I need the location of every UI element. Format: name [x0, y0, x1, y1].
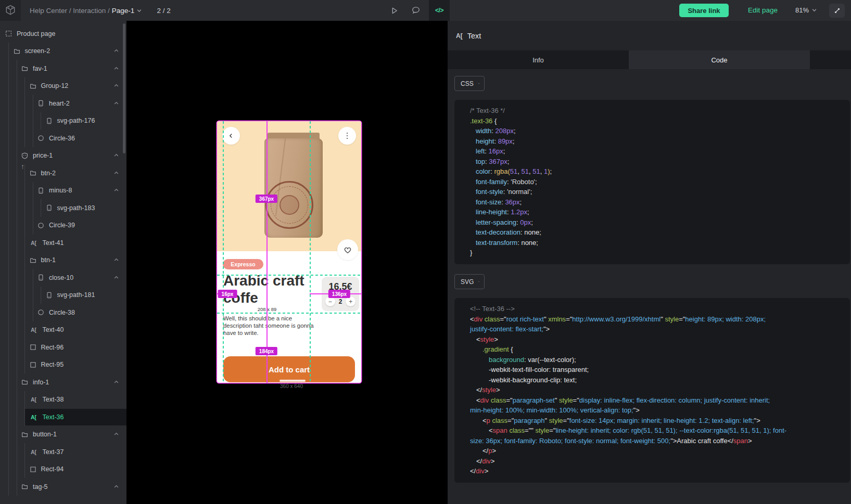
- app-logo[interactable]: [0, 0, 21, 21]
- code-line: .gradient {: [470, 344, 841, 355]
- layer-row-circle-39[interactable]: Circle-39: [0, 217, 126, 235]
- canvas[interactable]: Expresso Arabic craft coffe Well, this s…: [126, 21, 448, 504]
- code-token-value: paragraph-set: [513, 396, 555, 404]
- layer-row-btn-1[interactable]: btn-1: [0, 252, 126, 269]
- back-button[interactable]: [222, 127, 240, 145]
- tab-info[interactable]: Info: [448, 50, 629, 69]
- collapse-chevron-icon[interactable]: [113, 151, 119, 160]
- code-view-button[interactable]: </>: [429, 0, 450, 21]
- layer-row-rect-94[interactable]: Rect-94: [0, 461, 126, 479]
- layer-row-circle-36[interactable]: Circle-36: [0, 130, 126, 147]
- code-token-attr: style: [549, 417, 563, 424]
- code-line: <style>: [470, 334, 841, 345]
- layer-row-svg-path-181[interactable]: svg-path-181: [0, 287, 126, 304]
- code-token-plain: <: [489, 427, 493, 434]
- collapse-chevron-icon[interactable]: [113, 378, 119, 387]
- layer-row-text-36[interactable]: A[Text-36: [0, 408, 126, 426]
- layer-row-fav-1[interactable]: fav-1: [0, 60, 126, 77]
- tree-guide-line: [24, 339, 25, 356]
- code-token-plain: >: [492, 447, 496, 455]
- code-token-plain: </: [476, 457, 482, 465]
- layer-row-button-1[interactable]: button-1: [0, 426, 126, 444]
- layer-row-text-40[interactable]: A[Text-40: [0, 321, 126, 339]
- layer-label: Group-12: [41, 82, 69, 89]
- play-button[interactable]: [385, 2, 403, 19]
- more-options-button[interactable]: [338, 127, 356, 145]
- quantity-value: 2: [339, 298, 342, 305]
- layer-row-close-10[interactable]: close-10: [0, 269, 126, 287]
- layer-row-rect-96[interactable]: Rect-96: [0, 339, 126, 356]
- tree-guide-line: [24, 443, 25, 461]
- code-token-plain: =": [500, 315, 506, 323]
- layer-row-text-38[interactable]: A[Text-38: [0, 391, 126, 409]
- layer-label: Rect-96: [41, 344, 64, 351]
- layer-row-heart-2[interactable]: heart-2: [0, 95, 126, 112]
- tree-guide-line: [24, 217, 25, 235]
- layer-row-minus-8[interactable]: minus-8: [0, 182, 126, 200]
- share-link-button[interactable]: Share link: [679, 4, 729, 17]
- code-line: text-decoration: none;: [470, 227, 841, 238]
- collapse-chevron-icon[interactable]: [113, 81, 119, 91]
- css-language-select[interactable]: CSS: [454, 76, 485, 91]
- chevron-down-icon[interactable]: [136, 8, 142, 14]
- minus-button[interactable]: −: [325, 296, 335, 306]
- svg-language-select[interactable]: SVG: [454, 274, 485, 289]
- layer-row-price-1[interactable]: price-1: [0, 147, 126, 165]
- layer-row-info-1[interactable]: info-1: [0, 373, 126, 391]
- layer-row-circle-38[interactable]: Circle-38: [0, 304, 126, 321]
- layer-row-product page[interactable]: Product page: [0, 25, 126, 43]
- collapse-chevron-icon[interactable]: [113, 273, 119, 282]
- layer-row-screen-2[interactable]: screen-2: [0, 43, 126, 60]
- favorite-button[interactable]: [337, 239, 358, 260]
- layer-row-btn-2[interactable]: btn-2: [0, 164, 126, 182]
- zoom-level-control[interactable]: 81%: [795, 6, 817, 14]
- code-token-value: display: inline-flex; flex-direction: co…: [579, 396, 770, 404]
- tree-guide-line: [33, 304, 33, 321]
- add-to-cart-button[interactable]: Add to cart: [223, 356, 355, 382]
- fullscreen-button[interactable]: [829, 4, 845, 18]
- code-line: <span class="" style="line-height: inher…: [470, 425, 841, 436]
- layer-row-group-12[interactable]: Group-12: [0, 77, 126, 95]
- rect-layer-icon: [30, 361, 36, 368]
- collapse-chevron-icon[interactable]: [113, 186, 119, 195]
- code-token-plain: ">: [633, 406, 640, 414]
- tree-guide-line: [24, 287, 25, 304]
- collapse-chevron-icon[interactable]: [113, 255, 119, 265]
- code-token-property: left: [476, 147, 485, 155]
- edit-page-link[interactable]: Edit page: [748, 6, 778, 14]
- collapse-chevron-icon[interactable]: [113, 46, 119, 56]
- category-tag[interactable]: Expresso: [223, 259, 263, 269]
- layer-label: Circle-36: [49, 135, 75, 142]
- tree-guide-line: [24, 408, 25, 426]
- svg-code-block[interactable]: <!-- Text-36 --><div class="root rich-te…: [454, 298, 850, 483]
- collapse-chevron-icon[interactable]: [113, 430, 119, 439]
- layer-row-svg-path-183[interactable]: svg-path-183: [0, 199, 126, 217]
- tree-guide-line: [8, 339, 9, 356]
- layer-label: minus-8: [49, 187, 72, 194]
- code-line: size: 36px; font-family: Roboto; font-st…: [470, 436, 841, 446]
- collapse-chevron-icon[interactable]: [113, 99, 119, 108]
- collapse-chevron-icon[interactable]: [113, 64, 119, 73]
- layer-row-text-37[interactable]: A[Text-37: [0, 443, 126, 461]
- layer-label: info-1: [33, 379, 49, 386]
- tree-guide-line: [24, 77, 25, 95]
- code-token-plain: =": [679, 315, 685, 323]
- breadcrumb-current-page[interactable]: Page-1: [112, 7, 135, 15]
- layer-row-tag-5[interactable]: tag-5: [0, 478, 126, 496]
- layer-row-text-41[interactable]: A[Text-41: [0, 234, 126, 252]
- plus-button[interactable]: +: [346, 296, 355, 306]
- collapse-chevron-icon[interactable]: [113, 169, 119, 178]
- tab-code[interactable]: Code: [629, 50, 810, 69]
- comments-button[interactable]: [407, 2, 425, 19]
- css-code-block[interactable]: /* Text-36 */.text-36 {width: 208px;heig…: [454, 100, 850, 264]
- code-token-property: line-height: [476, 208, 507, 216]
- layer-row-svg-path-176[interactable]: svg-path-176: [0, 112, 126, 130]
- product-screen-frame[interactable]: Expresso Arabic craft coffe Well, this s…: [217, 121, 361, 383]
- tree-guide-line: [24, 321, 25, 339]
- layer-row-rect-95[interactable]: Rect-95: [0, 356, 126, 374]
- code-token-plain: ;: [527, 208, 529, 216]
- collapse-chevron-icon[interactable]: [113, 482, 119, 492]
- code-token-number: 1.2px: [511, 208, 527, 216]
- code-token-property: height: [476, 137, 494, 145]
- sidebar-scrollbar[interactable]: [123, 23, 125, 153]
